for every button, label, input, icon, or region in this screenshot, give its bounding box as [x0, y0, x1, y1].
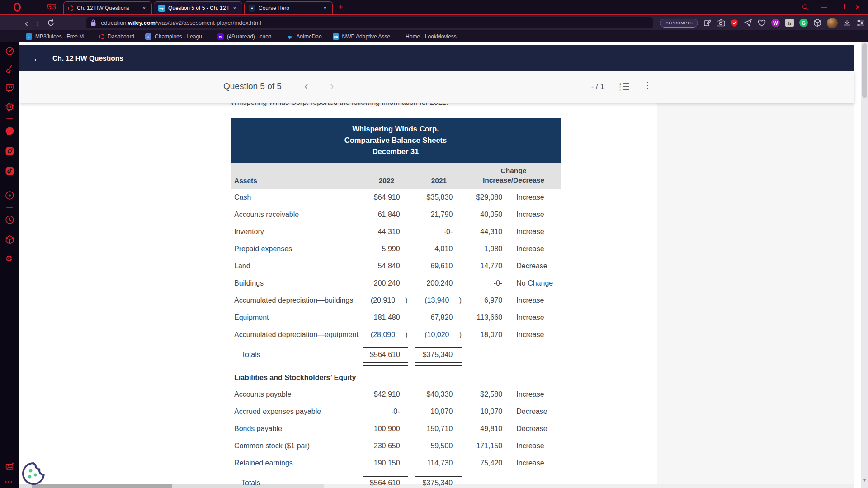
- assessment-player-page: Whispering Winds Corp. reported the foll…: [19, 42, 868, 488]
- ai-prompts-button[interactable]: AI PROMPTS: [660, 19, 698, 28]
- gx-accent-line: [19, 30, 19, 283]
- opera-logo-icon[interactable]: [14, 3, 21, 12]
- extensions-cube-icon[interactable]: [5, 235, 14, 244]
- previous-question-button[interactable]: ‹: [304, 79, 308, 93]
- browser-tab-bar: Ch. 12 HW Questions × wp Question 5 of 5…: [0, 0, 868, 15]
- scroll-down-arrow[interactable]: ▾: [861, 478, 868, 483]
- row-2022-value: 44,310: [359, 228, 408, 236]
- bookmark-item[interactable]: ≡ Champions - Leagu...: [145, 33, 207, 40]
- bookmark-item[interactable]: ↓ MP3Juices - Free M...: [26, 33, 88, 40]
- row-change-direction: Increase: [516, 228, 561, 236]
- vertical-scrollbar[interactable]: ▾: [861, 42, 868, 488]
- tab-question-5-active[interactable]: wp Question 5 of 5 - Ch. 12 HW ×: [154, 1, 242, 14]
- row-2022-value: (28,090 ): [359, 331, 408, 339]
- search-icon[interactable]: [802, 4, 809, 11]
- horizontal-scrollbar-thumb[interactable]: [32, 484, 172, 488]
- close-window-icon[interactable]: ×: [855, 3, 860, 11]
- col-header-2022: 2022: [362, 177, 411, 185]
- row-change-direction: Increase: [516, 245, 561, 253]
- tiktok-icon[interactable]: [5, 166, 14, 176]
- row-2022-value: 190,150: [359, 459, 408, 467]
- tab-close-icon[interactable]: ×: [322, 5, 328, 11]
- table-column-headers: Assets 2022 2021 Change Increase/Decreas…: [231, 163, 561, 189]
- row-label: Accumulated depreciation—buildings: [231, 296, 359, 305]
- bookmark-label: (49 unread) - cuon...: [227, 33, 276, 40]
- row-change-direction: Decrease: [516, 408, 561, 416]
- overflow-menu-icon[interactable]: ⋮: [643, 80, 652, 91]
- adblock-shield-icon[interactable]: [731, 19, 738, 27]
- tab-ch12-hw-questions[interactable]: Ch. 12 HW Questions ×: [63, 1, 152, 14]
- maximize-icon[interactable]: [839, 5, 843, 9]
- extension-icon[interactable]: W: [771, 19, 780, 27]
- row-2022-value: 61,840: [359, 211, 408, 219]
- row-change-value: 6,970: [462, 296, 502, 305]
- bookmark-favicon: wp: [333, 33, 339, 40]
- row-change-value: 40,050: [462, 211, 502, 219]
- instagram-icon[interactable]: [5, 146, 14, 156]
- sidebar-overflow-dots[interactable]: •••: [5, 479, 14, 488]
- table-row: Cash $64,910 $35,830 $29,080 Increase: [231, 189, 561, 206]
- tab-close-icon[interactable]: ×: [142, 5, 147, 11]
- history-clock-icon[interactable]: [5, 215, 14, 225]
- row-change-direction: Decrease: [516, 425, 561, 433]
- new-tab-button[interactable]: +: [338, 2, 344, 13]
- reload-icon[interactable]: [47, 19, 55, 27]
- row-2021-value: 150,710: [408, 425, 462, 433]
- row-change-direction: Increase: [516, 331, 561, 339]
- row-change-value: $2,580: [462, 390, 502, 399]
- liabilities-rows: Accounts payable $42,910 $40,330 $2,580 …: [231, 386, 561, 472]
- tab-title: Course Hero: [259, 5, 319, 11]
- messenger-icon[interactable]: [5, 127, 14, 136]
- minimize-icon[interactable]: [821, 7, 827, 8]
- svg-text:2: 2: [619, 85, 621, 89]
- next-question-button[interactable]: ›: [330, 79, 334, 93]
- bookmark-item[interactable]: Dashboard: [99, 33, 134, 40]
- liabilities-totals-row: Totals $564,610 $375,340: [231, 472, 561, 488]
- question-list-icon[interactable]: 1 2 3: [618, 81, 630, 92]
- row-2022-value: $64,910: [359, 193, 408, 202]
- player-play-icon[interactable]: [5, 191, 14, 200]
- row-2021-value: (13,940 ): [408, 296, 462, 305]
- back-button[interactable]: ‹: [21, 19, 32, 28]
- sidebar-setup-cube-icon[interactable]: [813, 19, 821, 27]
- vertical-scrollbar-thumb[interactable]: [862, 43, 867, 98]
- profile-avatar[interactable]: [827, 18, 838, 28]
- row-2022-value: 200,240: [359, 279, 408, 287]
- bookmark-item[interactable]: y! (49 unread) - cuon...: [217, 33, 276, 40]
- gx-cleaner-broom-icon[interactable]: [5, 64, 14, 74]
- image-gallery-icon[interactable]: [5, 462, 14, 471]
- gx-gamepad-icon[interactable]: [47, 4, 56, 10]
- tab-course-hero[interactable]: ★ Course Hero ×: [244, 1, 333, 14]
- heart-bookmark-icon[interactable]: [758, 19, 766, 27]
- bookmark-item[interactable]: Home - LookMoviess: [406, 33, 457, 40]
- row-label: Accumulated depreciation—equipment: [231, 331, 359, 339]
- easy-setup-sliders-icon[interactable]: [856, 19, 864, 27]
- tab-close-icon[interactable]: ×: [232, 5, 237, 11]
- bookmark-edit-icon[interactable]: [703, 19, 711, 27]
- row-change-value: 49,810: [462, 425, 502, 433]
- downloads-icon[interactable]: [843, 19, 851, 27]
- back-arrow-icon[interactable]: ←: [33, 53, 42, 63]
- gx-corner-gauge-icon[interactable]: [5, 46, 14, 56]
- row-change-value: 10,070: [462, 408, 502, 416]
- bookmark-item[interactable]: ▶ AnimeDao: [287, 33, 322, 40]
- snapshot-camera-icon[interactable]: [717, 19, 725, 27]
- url-input[interactable]: education.wiley.com/was/ui/v2/assessment…: [86, 17, 653, 28]
- settings-gear-icon[interactable]: ⚙: [5, 254, 14, 263]
- sidebar-divider: [6, 118, 13, 119]
- row-label: Prepaid expenses: [231, 245, 359, 253]
- balance-sheet-table: Whispering Winds Corp. Comparative Balan…: [231, 118, 561, 488]
- table-row: Retained earnings 190,150 114,730 75,420…: [231, 455, 561, 472]
- extension-icon[interactable]: G: [799, 19, 808, 27]
- my-flow-icon[interactable]: [744, 19, 752, 27]
- bookmark-label: Dashboard: [108, 33, 134, 40]
- cookie-consent-icon[interactable]: [21, 461, 46, 486]
- bookmark-item[interactable]: wp NWP Adaptive Asse...: [333, 33, 395, 40]
- twitch-icon[interactable]: [5, 83, 14, 93]
- hot-tabs-killer-chip-icon[interactable]: [5, 102, 14, 112]
- row-label: Buildings: [231, 279, 359, 287]
- extension-icon[interactable]: h: [785, 19, 794, 27]
- bookmark-label: NWP Adaptive Asse...: [342, 33, 395, 40]
- statement-date: December 31: [231, 146, 561, 157]
- forward-button[interactable]: ›: [32, 19, 43, 28]
